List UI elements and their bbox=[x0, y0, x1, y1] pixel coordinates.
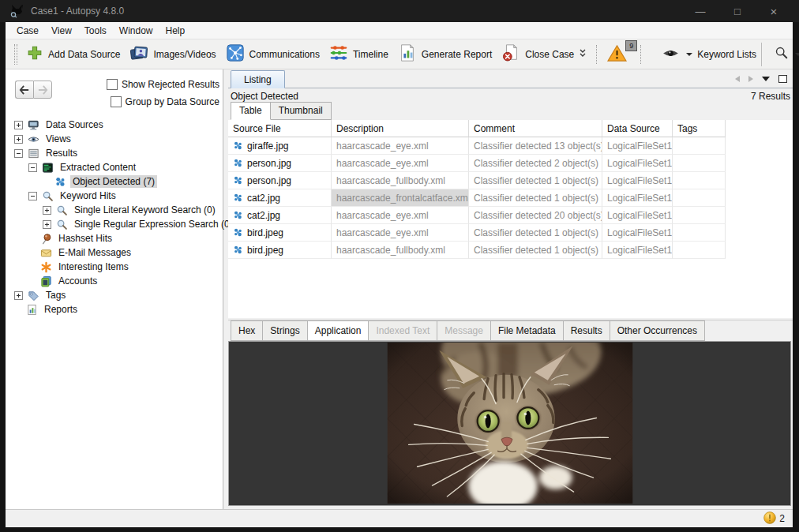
maximize-button[interactable]: □ bbox=[722, 0, 753, 22]
tree-item-extracted-content[interactable]: Extracted Content bbox=[6, 160, 223, 174]
warning-count-badge: 9 bbox=[625, 40, 637, 51]
column-header-data-source[interactable]: Data Source bbox=[602, 120, 673, 137]
tags-icon bbox=[27, 289, 39, 302]
expand-toggle-icon[interactable] bbox=[14, 135, 23, 144]
tab-listing[interactable]: Listing bbox=[231, 70, 285, 88]
data-source-cell: LogicalFileSet1 bbox=[602, 224, 673, 242]
tree-item-interesting-items[interactable]: Interesting Items bbox=[6, 260, 223, 274]
group-by-data-source-checkbox[interactable]: Group by Data Source bbox=[111, 96, 219, 107]
tab-other-occurrences[interactable]: Other Occurrences bbox=[610, 320, 705, 341]
object-detected-icon bbox=[233, 193, 243, 203]
column-header-tags[interactable]: Tags bbox=[673, 120, 726, 137]
cat-photo bbox=[387, 343, 633, 504]
tree-item-tags[interactable]: Tags bbox=[6, 288, 223, 302]
table-row[interactable]: person.jpg haarcascade_eye.xml Classifie… bbox=[228, 155, 726, 172]
toolbar-drag-handle[interactable] bbox=[596, 45, 597, 64]
source-file-cell: cat2.jpg bbox=[228, 207, 332, 224]
close-button[interactable]: × bbox=[758, 0, 790, 22]
tab-file-metadata[interactable]: File Metadata bbox=[490, 320, 564, 341]
table-row[interactable]: giraffe.jpg haarcascade_eye.xml Classifi… bbox=[228, 137, 726, 155]
show-rejected-results-checkbox[interactable]: Show Rejected Results bbox=[107, 79, 219, 90]
menu-item-case[interactable]: Case bbox=[10, 24, 45, 38]
tree-item-views[interactable]: Views bbox=[6, 132, 223, 146]
back-button[interactable] bbox=[15, 81, 33, 99]
source-file-name: person.jpg bbox=[247, 158, 291, 169]
table-row[interactable]: person.jpg haarcascade_fullbody.xml Clas… bbox=[228, 172, 726, 189]
tree-item-object-detected[interactable]: Object Detected (7) bbox=[6, 174, 223, 189]
comment-cell: Classifier detected 1 object(s) bbox=[469, 224, 602, 242]
minimize-button[interactable]: — bbox=[685, 0, 716, 22]
timeline-button[interactable]: Timeline bbox=[324, 41, 393, 67]
generate-report-button[interactable]: Generate Report bbox=[393, 41, 497, 67]
table-row-selected[interactable]: cat2.jpg haarcascade_frontalcatface.xml … bbox=[228, 189, 726, 207]
table-row[interactable]: bird.jpeg haarcascade_eye.xml Classifier… bbox=[228, 224, 726, 242]
tree-item-label: Reports bbox=[42, 303, 80, 316]
object-detected-icon bbox=[233, 175, 243, 185]
expand-toggle-icon[interactable] bbox=[14, 291, 23, 300]
column-header-comment[interactable]: Comment bbox=[469, 120, 602, 137]
tab-hex[interactable]: Hex bbox=[231, 320, 263, 341]
column-header-source-file[interactable]: Source File bbox=[228, 120, 332, 137]
collapse-toggle-icon[interactable] bbox=[28, 192, 37, 200]
expand-toggle-icon[interactable] bbox=[43, 220, 51, 229]
keyword-search-button[interactable]: Keyword Search bbox=[770, 43, 799, 65]
menu-item-help[interactable]: Help bbox=[159, 24, 192, 38]
tree-item-hashset-hits[interactable]: Hashset Hits bbox=[6, 231, 223, 245]
tab-thumbnail[interactable]: Thumbnail bbox=[270, 102, 332, 120]
keyword-lists-button[interactable]: Keyword Lists bbox=[657, 45, 761, 64]
menu-item-tools[interactable]: Tools bbox=[78, 24, 113, 38]
tree-item-data-sources[interactable]: Data Sources bbox=[6, 118, 223, 132]
maximize-pane-icon[interactable] bbox=[778, 75, 787, 83]
collapse-toggle-icon[interactable] bbox=[14, 149, 23, 158]
tree-item-accounts[interactable]: Accounts bbox=[6, 274, 223, 288]
tab-strings[interactable]: Strings bbox=[262, 320, 307, 341]
table-row[interactable]: bird.jpeg haarcascade_fullbody.xml Class… bbox=[228, 242, 726, 259]
tree-item-keyword-hits[interactable]: Keyword Hits bbox=[6, 189, 223, 203]
images-videos-button[interactable]: Images/Videos bbox=[125, 41, 220, 67]
toolbar-separator bbox=[761, 43, 762, 66]
expand-toggle-icon[interactable] bbox=[14, 121, 23, 129]
background-tasks-indicator[interactable]: 2 bbox=[763, 511, 785, 526]
tab-application[interactable]: Application bbox=[307, 320, 369, 341]
toggle-spacer bbox=[28, 235, 36, 242]
checkbox-box bbox=[107, 79, 118, 90]
expand-toggle-icon[interactable] bbox=[43, 206, 51, 215]
menu-item-view[interactable]: View bbox=[45, 24, 78, 38]
timeline-icon bbox=[329, 43, 348, 65]
data-source-cell: LogicalFileSet1 bbox=[602, 242, 673, 259]
result-count: 7 Results bbox=[751, 89, 790, 103]
menu-item-window[interactable]: Window bbox=[113, 24, 159, 38]
column-header-description[interactable]: Description bbox=[332, 120, 469, 137]
interesting-items-asterisk-icon bbox=[39, 260, 52, 273]
tree-item-single-literal-keyword-search[interactable]: Single Literal Keyword Search (0) bbox=[6, 203, 223, 217]
scroll-tabs-left-icon[interactable] bbox=[735, 76, 740, 82]
communications-button[interactable]: Communications bbox=[221, 41, 324, 67]
notifications-warning-button[interactable]: 9 bbox=[602, 43, 636, 66]
tree-item-label: Hashset Hits bbox=[56, 232, 114, 245]
close-case-button[interactable]: Close Case bbox=[497, 41, 591, 67]
progress-ball-icon bbox=[763, 511, 776, 526]
tab-list-dropdown-icon[interactable] bbox=[762, 77, 770, 81]
comment-cell: Classifier detected 20 object(s) bbox=[469, 207, 602, 224]
tab-table[interactable]: Table bbox=[231, 102, 271, 120]
tree-item-email-messages[interactable]: E-Mail Messages bbox=[6, 245, 223, 260]
comment-cell: Classifier detected 2 object(s) bbox=[469, 155, 602, 172]
tree-item-results[interactable]: Results bbox=[6, 146, 223, 160]
tree-item-reports[interactable]: Reports bbox=[6, 302, 223, 317]
toolbar-drag-handle[interactable] bbox=[640, 45, 641, 64]
tab-indexed-text: Indexed Text bbox=[368, 320, 437, 341]
tree-item-label: Accounts bbox=[56, 275, 99, 287]
description-cell: haarcascade_fullbody.xml bbox=[332, 172, 469, 189]
description-cell-selected[interactable]: haarcascade_frontalcatface.xml bbox=[332, 189, 469, 207]
data-source-cell: LogicalFileSet1 bbox=[602, 189, 673, 207]
forward-button[interactable] bbox=[33, 81, 52, 99]
tree-item-single-regular-expression-search[interactable]: Single Regular Expression Search (0) bbox=[6, 217, 223, 231]
scroll-tabs-right-icon[interactable] bbox=[748, 76, 753, 82]
email-envelope-icon bbox=[39, 246, 52, 259]
history-nav-buttons bbox=[15, 81, 52, 99]
add-data-source-button[interactable]: Add Data Source bbox=[21, 42, 125, 66]
tab-results[interactable]: Results bbox=[563, 320, 610, 341]
toolbar-drag-handle[interactable] bbox=[14, 44, 17, 65]
collapse-toggle-icon[interactable] bbox=[28, 163, 37, 172]
table-row[interactable]: cat2.jpg haarcascade_eye.xml Classifier … bbox=[228, 207, 726, 224]
